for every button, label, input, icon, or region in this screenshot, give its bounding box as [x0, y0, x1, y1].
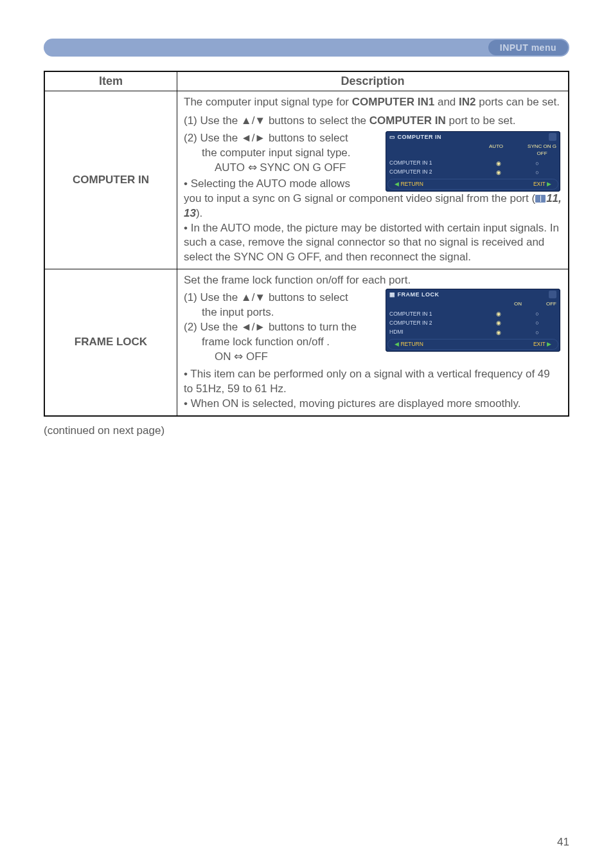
radio-on-icon	[479, 329, 518, 336]
radio-off-icon	[518, 310, 556, 318]
book-ref-icon	[535, 195, 546, 203]
item-frame-lock: FRAME LOCK	[44, 269, 177, 416]
para: • When ON is selected, moving pictures a…	[184, 397, 562, 411]
radio-off-icon	[518, 319, 556, 327]
osd-row-cin2: COMPUTER IN 2	[389, 320, 479, 327]
osd-title: COMPUTER IN	[398, 134, 442, 140]
para: The computer input signal type for COMPU…	[184, 95, 562, 110]
osd-row-cin1: COMPUTER IN 1	[389, 159, 479, 167]
osd-col-auto: AUTO	[489, 143, 503, 158]
page-number: 41	[557, 836, 569, 849]
help-icon	[549, 133, 556, 141]
osd-row-cin2: COMPUTER IN 2	[389, 168, 479, 176]
radio-on-icon	[479, 319, 518, 327]
osd-col-sync-b: OFF	[528, 150, 556, 158]
radio-on-icon	[479, 159, 518, 167]
col-header-desc: Description	[177, 71, 569, 91]
radio-on-icon	[479, 168, 518, 176]
table-row: COMPUTER IN ▭ COMPUTER IN AUTO	[44, 91, 569, 269]
header-bar: INPUT menu	[44, 39, 569, 57]
continued-note: (continued on next page)	[44, 424, 569, 437]
desc-frame-lock: ▦ FRAME LOCK ON OFF COMPUTER IN 1	[177, 269, 569, 416]
radio-on-icon	[479, 310, 518, 318]
osd-return: RETURN	[395, 181, 423, 188]
osd-computer-in: ▭ COMPUTER IN AUTO SYNC ON G OFF	[386, 131, 560, 192]
osd-row-cin1: COMPUTER IN 1	[389, 311, 479, 318]
settings-table: Item Description COMPUTER IN ▭ COMPUTER …	[44, 71, 569, 417]
osd-col-sync-a: SYNC ON G	[528, 143, 556, 150]
radio-off-icon	[518, 168, 556, 176]
para: (1) Use the ▲/▼ buttons to select the CO…	[184, 114, 562, 129]
radio-off-icon	[518, 159, 556, 167]
help-icon	[549, 291, 556, 298]
table-row: FRAME LOCK ▦ FRAME LOCK ON OFF	[44, 269, 569, 416]
osd-exit: EXIT	[533, 341, 551, 348]
osd-title: FRAME LOCK	[398, 291, 440, 298]
osd-frame-lock: ▦ FRAME LOCK ON OFF COMPUTER IN 1	[386, 289, 560, 352]
desc-computer-in: ▭ COMPUTER IN AUTO SYNC ON G OFF	[177, 91, 569, 269]
para: • This item can be performed only on a s…	[184, 367, 562, 397]
osd-exit: EXIT	[533, 181, 551, 188]
item-computer-in: COMPUTER IN	[44, 91, 177, 269]
osd-return: RETURN	[395, 341, 423, 348]
para: • In the AUTO mode, the picture may be d…	[184, 221, 562, 266]
radio-off-icon	[518, 329, 556, 336]
osd-col-off: OFF	[546, 301, 556, 308]
monitor-icon: ▭	[389, 134, 396, 140]
osd-row-hdmi: HDMI	[389, 329, 479, 336]
para: Set the frame lock function on/off for e…	[184, 273, 562, 288]
lock-icon: ▦	[389, 291, 396, 298]
col-header-item: Item	[44, 71, 177, 91]
osd-col-on: ON	[514, 301, 522, 308]
menu-title-pill: INPUT menu	[488, 40, 568, 55]
